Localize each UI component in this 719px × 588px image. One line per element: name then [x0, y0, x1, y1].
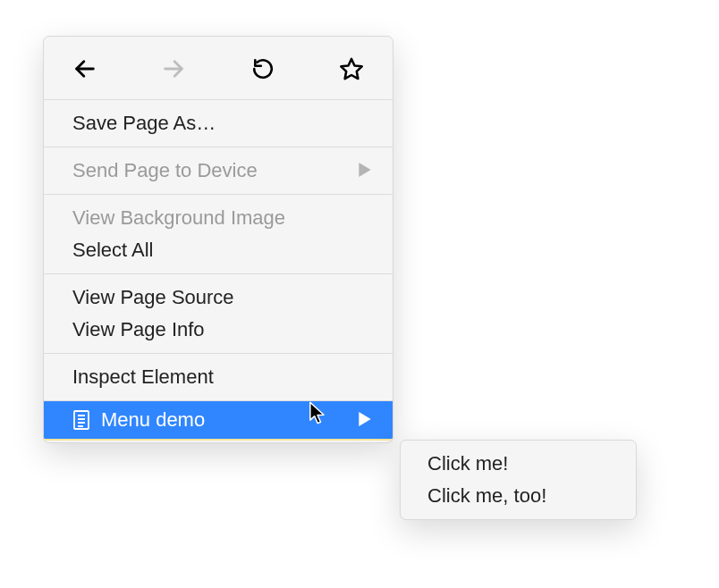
svg-marker-3 — [359, 163, 370, 177]
reload-button[interactable] — [247, 55, 279, 87]
reload-icon — [251, 57, 275, 84]
menu-item-view-page-info[interactable]: View Page Info — [44, 314, 393, 346]
menu-item-inspect-element[interactable]: Inspect Element — [44, 361, 393, 393]
submenu-item-click-me-too[interactable]: Click me, too! — [401, 480, 636, 512]
menu-item-label: Select All — [72, 237, 154, 264]
menu-group: Send Page to Device — [44, 147, 393, 194]
menu-item-label: View Page Info — [72, 316, 205, 343]
menu-item-send-page-to-device: Send Page to Device — [44, 155, 393, 187]
cursor-icon — [309, 401, 326, 433]
menu-group: View Page Source View Page Info — [44, 274, 393, 353]
forward-button[interactable] — [157, 55, 190, 87]
chevron-right-icon — [359, 407, 371, 433]
menu-item-menu-demo[interactable]: Menu demo — [44, 401, 393, 439]
chevron-right-icon — [359, 157, 371, 184]
submenu-item-click-me[interactable]: Click me! — [401, 448, 636, 480]
menu-item-view-page-source[interactable]: View Page Source — [44, 281, 393, 314]
separator — [44, 439, 393, 441]
context-menu: Save Page As… Send Page to Device View B… — [43, 36, 393, 443]
back-arrow-icon — [72, 56, 97, 85]
menu-item-label: Click me! — [427, 452, 508, 475]
menu-item-label: Send Page to Device — [72, 157, 258, 184]
svg-marker-9 — [359, 412, 370, 426]
forward-arrow-icon — [161, 56, 186, 85]
svg-marker-2 — [341, 59, 361, 79]
page-icon — [72, 409, 90, 431]
submenu: Click me! Click me, too! — [400, 440, 637, 520]
bookmark-button[interactable] — [335, 55, 368, 87]
menu-group: Save Page As… — [44, 100, 393, 147]
menu-item-label: View Background Image — [72, 205, 285, 231]
menu-item-label: Inspect Element — [72, 364, 214, 391]
navigation-toolbar — [44, 38, 393, 99]
menu-item-label: View Page Source — [72, 284, 234, 311]
menu-item-label: Menu demo — [101, 407, 205, 433]
menu-group: View Background Image Select All — [44, 195, 393, 273]
menu-item-save-page-as[interactable]: Save Page As… — [44, 107, 393, 139]
menu-item-select-all[interactable]: Select All — [44, 234, 393, 266]
back-button[interactable] — [69, 55, 101, 87]
star-icon — [339, 56, 364, 85]
menu-item-view-background-image: View Background Image — [44, 202, 393, 234]
menu-item-label: Click me, too! — [427, 484, 546, 507]
menu-item-label: Save Page As… — [72, 110, 216, 137]
menu-group: Inspect Element — [44, 354, 393, 400]
